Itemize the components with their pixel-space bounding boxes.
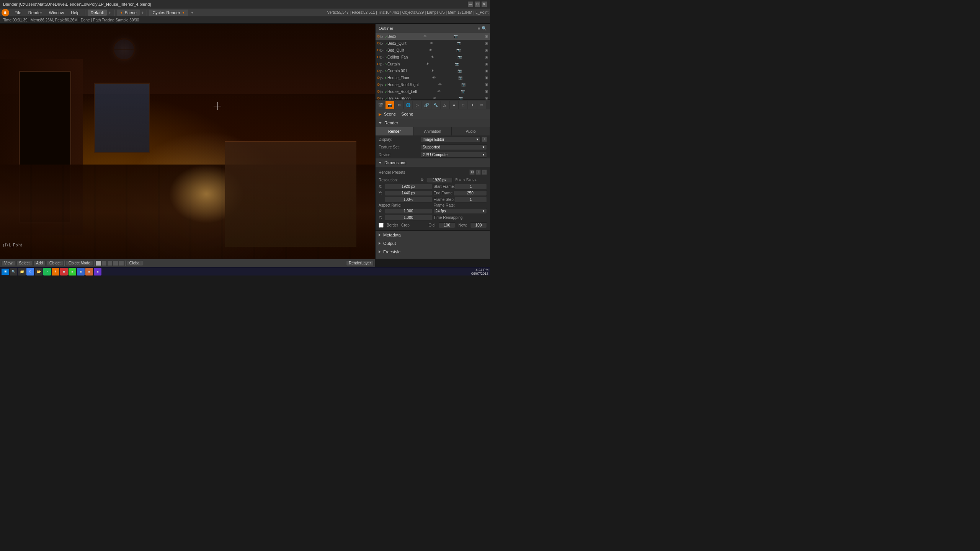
freestyle-header[interactable]: Freestyle [376,248,490,256]
menu-help[interactable]: Help [68,10,83,16]
prop-icon-world[interactable]: 🌐 [404,101,412,109]
old-val-input[interactable]: 100 [439,222,456,228]
metadata-header[interactable]: Metadata [376,231,490,239]
select-icon[interactable]: ▣ [485,83,488,86]
taskbar-app-9[interactable]: ■ [85,268,93,276]
render-icon[interactable]: 📷 [454,34,458,38]
feature-set-dropdown[interactable]: Supported ▼ [421,144,487,150]
res-x-input[interactable]: 1920 px [385,184,432,189]
res-percent-input[interactable]: 100% [385,197,432,202]
select-button[interactable]: Select [16,260,33,266]
select-icon[interactable]: ▣ [485,90,488,93]
prop-icon-texture[interactable]: □ [459,101,467,109]
display-dropdown[interactable]: Image Editor ▼ [421,137,481,142]
prop-icon-physics[interactable]: ≋ [477,101,486,109]
sampling-header[interactable]: Sampling [376,256,490,259]
prop-icon-constraints[interactable]: 🔗 [422,101,431,109]
eye-icon[interactable]: 👁 [437,90,441,93]
select-icon[interactable]: ▣ [485,41,488,45]
eye-icon[interactable]: 👁 [438,83,442,86]
maximize-button[interactable]: □ [475,2,480,7]
eye-icon[interactable]: 👁 [433,96,436,100]
workspace-tab[interactable]: Default [88,10,107,16]
select-icon[interactable]: ▣ [485,34,488,38]
tab-animation[interactable]: Animation [414,127,452,135]
close-button[interactable]: ✕ [482,2,487,7]
taskbar-app-7[interactable]: ■ [69,268,76,276]
eye-icon[interactable]: 👁 [426,62,429,66]
render-icon[interactable]: 📷 [457,55,462,59]
res-x-value[interactable]: 1920 px [427,177,452,183]
prop-icon-render[interactable]: 📷 [385,101,394,109]
border-checkbox[interactable] [379,223,384,228]
presets-settings[interactable]: ⚙ [469,170,475,175]
taskbar-search[interactable]: 🔍 [10,268,17,276]
aspect-x-input[interactable]: 1.000 [385,208,432,214]
render-icon[interactable]: 📷 [459,96,463,100]
layer-btn-1[interactable] [96,261,101,266]
start-button[interactable]: ⊞ [2,269,9,275]
prop-icon-layers[interactable]: ⚙ [395,101,403,109]
render-section-header[interactable]: Render [376,119,490,127]
new-val-input[interactable]: 100 [470,222,487,228]
render-icon[interactable]: 📷 [458,76,462,80]
prop-icon-scene[interactable]: 🎬 [376,101,385,109]
aspect-y-input[interactable]: 1.000 [385,215,432,220]
minimize-button[interactable]: — [468,2,473,7]
render-icon[interactable]: 📷 [457,41,461,45]
outliner-item-bed-quilt[interactable]: O ▷ ○ Bed_Quilt 👁 📷 ▣ [376,47,490,54]
taskbar-app-10[interactable]: ■ [94,268,101,276]
eye-icon[interactable]: 👁 [431,69,434,73]
output-header[interactable]: Output [376,239,490,248]
end-frame-input[interactable]: 250 [454,190,487,196]
menu-file[interactable]: File [11,10,24,16]
scene-tab[interactable]: ▼ Scene [117,10,140,16]
eye-icon[interactable]: 👁 [431,55,434,59]
taskbar-explorer[interactable]: 📁 [18,268,26,276]
frame-rate-dropdown[interactable]: 24 fps ▼ [434,208,487,214]
start-frame-input[interactable]: 1 [455,184,487,189]
select-icon[interactable]: ▣ [485,69,488,73]
menu-window[interactable]: Window [46,10,67,16]
outliner-item-curtain[interactable]: O ▷ ○ Curtain 👁 📷 ▣ [376,60,490,67]
outliner-item-curtain-001[interactable]: O ▷ ○ Curtain.001 👁 📷 ▣ [376,67,490,74]
taskbar-spotify[interactable]: ♪ [43,268,51,276]
display-add[interactable]: + [482,137,487,142]
tab-audio[interactable]: Audio [452,127,490,135]
global-button[interactable]: Global [127,260,143,266]
object-button[interactable]: Object [47,260,63,266]
dimensions-header[interactable]: Dimensions [376,158,490,167]
taskbar-files[interactable]: 📂 [35,268,42,276]
render-layer-button[interactable]: RenderLayer [346,260,374,266]
outliner-item-house-floor[interactable]: O ▷ ○ House_Floor 👁 📷 ▣ [376,74,490,81]
viewport[interactable]: (1) L_Point [0,24,375,259]
view-icon[interactable]: ≡ [478,26,480,31]
cycles-renderer[interactable]: Cycles Render ▼ [149,10,188,16]
prop-icon-particles[interactable]: ✦ [468,101,477,109]
device-dropdown[interactable]: GPU Compute ▼ [421,152,487,158]
frame-step-input[interactable]: 1 [455,197,487,202]
select-icon[interactable]: ▣ [485,76,488,80]
render-icon[interactable]: 📷 [456,48,461,52]
layer-btn-5[interactable] [119,261,124,266]
prop-icon-material[interactable]: ● [450,101,458,109]
scene-name-value[interactable]: Scene [398,111,416,117]
presets-remove[interactable]: − [482,170,487,175]
outliner-item-house-roof-right[interactable]: O ▷ ○ House_Roof.Right 👁 📷 ▣ [376,81,490,88]
render-icon[interactable]: 📷 [461,90,465,93]
view-button[interactable]: View [2,260,15,266]
add-button[interactable]: Add [33,260,46,266]
select-icon[interactable]: ▣ [485,55,488,59]
search-icon[interactable]: 🔍 [482,26,487,31]
render-icon[interactable]: 📷 [461,83,466,86]
eye-icon[interactable]: 👁 [430,41,433,45]
presets-add[interactable]: + [475,170,481,175]
tab-render[interactable]: Render [376,127,414,135]
res-y-input[interactable]: 1440 px [385,190,432,196]
taskbar-app-8[interactable]: ■ [77,268,85,276]
taskbar-blender-active[interactable]: B [52,268,59,276]
outliner-item-bed2[interactable]: O ▷ ○ Bed2 👁 📷 ▣ [376,33,490,40]
eye-icon[interactable]: 👁 [423,34,427,38]
taskbar-chrome[interactable]: C [26,268,34,276]
object-mode-button[interactable]: Object Mode [66,260,93,266]
